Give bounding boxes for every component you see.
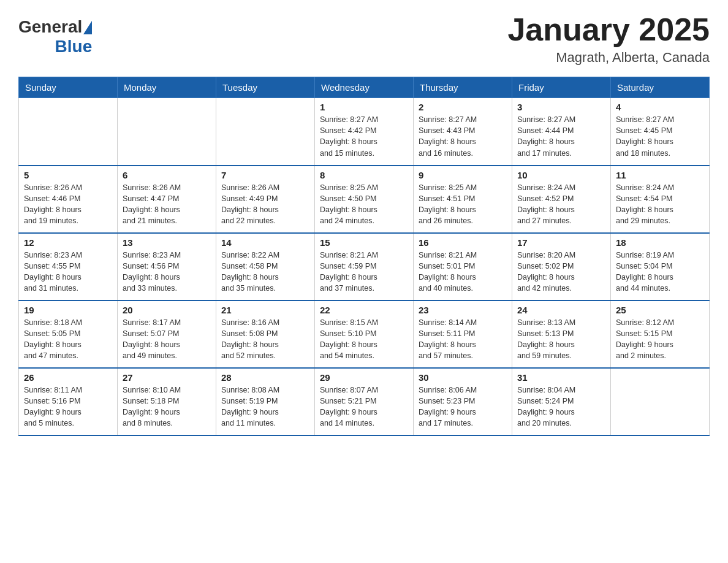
day-number: 16 — [419, 237, 507, 248]
table-row: 2Sunrise: 8:27 AMSunset: 4:43 PMDaylight… — [414, 98, 512, 166]
table-row: 26Sunrise: 8:11 AMSunset: 5:16 PMDayligh… — [19, 368, 118, 435]
day-number: 29 — [320, 372, 408, 383]
calendar-title: January 2025 — [507, 12, 710, 47]
day-number: 20 — [123, 305, 211, 315]
table-row: 25Sunrise: 8:12 AMSunset: 5:15 PMDayligh… — [611, 301, 710, 368]
day-number: 2 — [419, 102, 507, 112]
day-number: 31 — [517, 372, 605, 383]
day-number: 30 — [419, 372, 507, 383]
table-row — [611, 368, 710, 435]
table-row — [19, 98, 118, 166]
day-info: Sunrise: 8:14 AMSunset: 5:11 PMDaylight:… — [419, 317, 507, 362]
day-info: Sunrise: 8:16 AMSunset: 5:08 PMDaylight:… — [221, 317, 309, 362]
table-row: 11Sunrise: 8:24 AMSunset: 4:54 PMDayligh… — [611, 166, 710, 233]
table-row: 3Sunrise: 8:27 AMSunset: 4:44 PMDaylight… — [512, 98, 611, 166]
day-info: Sunrise: 8:26 AMSunset: 4:46 PMDaylight:… — [24, 182, 112, 227]
day-info: Sunrise: 8:27 AMSunset: 4:42 PMDaylight:… — [320, 114, 408, 159]
table-row: 12Sunrise: 8:23 AMSunset: 4:55 PMDayligh… — [19, 233, 118, 301]
day-info: Sunrise: 8:25 AMSunset: 4:50 PMDaylight:… — [320, 182, 408, 227]
day-info: Sunrise: 8:26 AMSunset: 4:47 PMDaylight:… — [123, 182, 211, 227]
table-row: 13Sunrise: 8:23 AMSunset: 4:56 PMDayligh… — [118, 233, 216, 301]
day-info: Sunrise: 8:11 AMSunset: 5:16 PMDaylight:… — [24, 385, 112, 429]
day-info: Sunrise: 8:17 AMSunset: 5:07 PMDaylight:… — [123, 317, 211, 362]
day-number: 17 — [517, 237, 605, 248]
table-row: 29Sunrise: 8:07 AMSunset: 5:21 PMDayligh… — [315, 368, 414, 435]
day-info: Sunrise: 8:27 AMSunset: 4:43 PMDaylight:… — [419, 114, 507, 159]
table-row: 24Sunrise: 8:13 AMSunset: 5:13 PMDayligh… — [512, 301, 611, 368]
table-row: 30Sunrise: 8:06 AMSunset: 5:23 PMDayligh… — [414, 368, 512, 435]
table-row — [118, 98, 216, 166]
day-number: 22 — [320, 305, 408, 315]
table-row: 20Sunrise: 8:17 AMSunset: 5:07 PMDayligh… — [118, 301, 216, 368]
table-row: 21Sunrise: 8:16 AMSunset: 5:08 PMDayligh… — [216, 301, 315, 368]
day-info: Sunrise: 8:04 AMSunset: 5:24 PMDaylight:… — [517, 385, 605, 429]
logo-triangle-icon — [83, 21, 92, 34]
logo: General Blue — [18, 17, 92, 56]
calendar-week-row: 26Sunrise: 8:11 AMSunset: 5:16 PMDayligh… — [19, 368, 710, 435]
header-tuesday: Tuesday — [216, 77, 315, 98]
day-info: Sunrise: 8:27 AMSunset: 4:45 PMDaylight:… — [616, 114, 704, 159]
day-number: 25 — [616, 305, 704, 315]
day-info: Sunrise: 8:18 AMSunset: 5:05 PMDaylight:… — [24, 317, 112, 362]
day-number: 26 — [24, 372, 112, 383]
logo-general-text: General — [18, 17, 82, 37]
calendar-header-row: Sunday Monday Tuesday Wednesday Thursday… — [19, 77, 710, 98]
day-number: 23 — [419, 305, 507, 315]
day-number: 11 — [616, 170, 704, 180]
table-row: 7Sunrise: 8:26 AMSunset: 4:49 PMDaylight… — [216, 166, 315, 233]
day-number: 5 — [24, 170, 112, 180]
day-info: Sunrise: 8:24 AMSunset: 4:52 PMDaylight:… — [517, 182, 605, 227]
calendar-week-row: 5Sunrise: 8:26 AMSunset: 4:46 PMDaylight… — [19, 166, 710, 233]
day-info: Sunrise: 8:12 AMSunset: 5:15 PMDaylight:… — [616, 317, 704, 362]
calendar-week-row: 1Sunrise: 8:27 AMSunset: 4:42 PMDaylight… — [19, 98, 710, 166]
day-info: Sunrise: 8:06 AMSunset: 5:23 PMDaylight:… — [419, 385, 507, 429]
table-row: 6Sunrise: 8:26 AMSunset: 4:47 PMDaylight… — [118, 166, 216, 233]
table-row: 14Sunrise: 8:22 AMSunset: 4:58 PMDayligh… — [216, 233, 315, 301]
day-info: Sunrise: 8:27 AMSunset: 4:44 PMDaylight:… — [517, 114, 605, 159]
header-sunday: Sunday — [19, 77, 118, 98]
day-number: 21 — [221, 305, 309, 315]
calendar-week-row: 12Sunrise: 8:23 AMSunset: 4:55 PMDayligh… — [19, 233, 710, 301]
header-wednesday: Wednesday — [315, 77, 414, 98]
calendar-week-row: 19Sunrise: 8:18 AMSunset: 5:05 PMDayligh… — [19, 301, 710, 368]
table-row: 23Sunrise: 8:14 AMSunset: 5:11 PMDayligh… — [414, 301, 512, 368]
day-info: Sunrise: 8:22 AMSunset: 4:58 PMDaylight:… — [221, 250, 309, 294]
table-row: 16Sunrise: 8:21 AMSunset: 5:01 PMDayligh… — [414, 233, 512, 301]
day-number: 6 — [123, 170, 211, 180]
table-row: 22Sunrise: 8:15 AMSunset: 5:10 PMDayligh… — [315, 301, 414, 368]
table-row: 10Sunrise: 8:24 AMSunset: 4:52 PMDayligh… — [512, 166, 611, 233]
day-info: Sunrise: 8:25 AMSunset: 4:51 PMDaylight:… — [419, 182, 507, 227]
header-saturday: Saturday — [611, 77, 710, 98]
day-number: 19 — [24, 305, 112, 315]
table-row: 19Sunrise: 8:18 AMSunset: 5:05 PMDayligh… — [19, 301, 118, 368]
day-info: Sunrise: 8:23 AMSunset: 4:55 PMDaylight:… — [24, 250, 112, 294]
day-info: Sunrise: 8:24 AMSunset: 4:54 PMDaylight:… — [616, 182, 704, 227]
day-number: 12 — [24, 237, 112, 248]
day-info: Sunrise: 8:08 AMSunset: 5:19 PMDaylight:… — [221, 385, 309, 429]
table-row: 4Sunrise: 8:27 AMSunset: 4:45 PMDaylight… — [611, 98, 710, 166]
day-number: 1 — [320, 102, 408, 112]
table-row: 8Sunrise: 8:25 AMSunset: 4:50 PMDaylight… — [315, 166, 414, 233]
day-info: Sunrise: 8:10 AMSunset: 5:18 PMDaylight:… — [123, 385, 211, 429]
day-number: 4 — [616, 102, 704, 112]
day-number: 13 — [123, 237, 211, 248]
calendar-table: Sunday Monday Tuesday Wednesday Thursday… — [18, 77, 710, 436]
day-info: Sunrise: 8:21 AMSunset: 5:01 PMDaylight:… — [419, 250, 507, 294]
title-block: January 2025 Magrath, Alberta, Canada — [507, 12, 710, 66]
day-number: 27 — [123, 372, 211, 383]
day-number: 10 — [517, 170, 605, 180]
day-info: Sunrise: 8:07 AMSunset: 5:21 PMDaylight:… — [320, 385, 408, 429]
day-info: Sunrise: 8:21 AMSunset: 4:59 PMDaylight:… — [320, 250, 408, 294]
header-friday: Friday — [512, 77, 611, 98]
table-row: 31Sunrise: 8:04 AMSunset: 5:24 PMDayligh… — [512, 368, 611, 435]
table-row — [216, 98, 315, 166]
calendar-subtitle: Magrath, Alberta, Canada — [507, 50, 710, 66]
day-number: 7 — [221, 170, 309, 180]
day-info: Sunrise: 8:15 AMSunset: 5:10 PMDaylight:… — [320, 317, 408, 362]
table-row: 1Sunrise: 8:27 AMSunset: 4:42 PMDaylight… — [315, 98, 414, 166]
header-monday: Monday — [118, 77, 216, 98]
day-number: 18 — [616, 237, 704, 248]
day-number: 9 — [419, 170, 507, 180]
header-thursday: Thursday — [414, 77, 512, 98]
day-info: Sunrise: 8:20 AMSunset: 5:02 PMDaylight:… — [517, 250, 605, 294]
